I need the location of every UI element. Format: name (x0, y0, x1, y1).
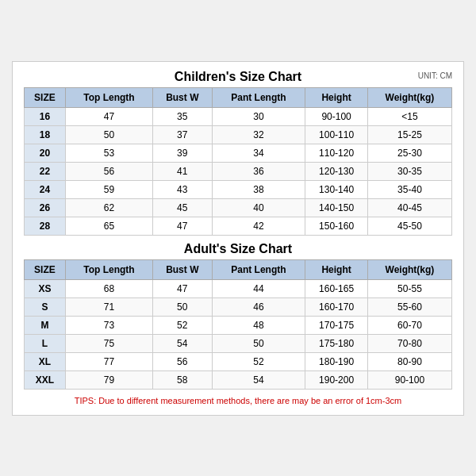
table-cell: L (25, 334, 66, 352)
table-row: 28654742150-16045-50 (25, 217, 452, 235)
table-cell: 120-130 (305, 162, 368, 180)
children-table: SIZE Top Length Bust W Pant Length Heigh… (24, 87, 452, 236)
table-row: M735248170-17560-70 (25, 316, 452, 334)
table-cell: 75 (65, 334, 152, 352)
table-cell: 47 (153, 279, 213, 298)
table-cell: XXL (25, 370, 66, 389)
table-cell: XL (25, 352, 66, 370)
table-cell: 38 (212, 180, 305, 198)
adult-header-pant-length: Pant Length (212, 259, 305, 279)
table-cell: <15 (367, 107, 451, 125)
adult-header-size: SIZE (25, 259, 66, 279)
table-cell: 50 (65, 125, 152, 144)
header-weight: Weight(kg) (367, 87, 451, 107)
children-header-row: SIZE Top Length Bust W Pant Length Heigh… (25, 87, 452, 107)
table-cell: 35 (153, 107, 213, 125)
table-cell: XS (25, 279, 66, 298)
table-cell: 59 (65, 180, 152, 198)
table-cell: 37 (153, 125, 213, 144)
table-cell: 20 (25, 144, 66, 162)
table-cell: 73 (65, 316, 152, 334)
table-cell: 50 (153, 298, 213, 316)
table-cell: 46 (212, 298, 305, 316)
table-cell: 40 (212, 198, 305, 217)
table-cell: 45 (153, 198, 213, 217)
table-cell: 18 (25, 125, 66, 144)
table-cell: 16 (25, 107, 66, 125)
header-height: Height (305, 87, 368, 107)
table-cell: 110-120 (305, 144, 368, 162)
adult-header-weight: Weight(kg) (367, 259, 451, 279)
table-cell: 42 (212, 217, 305, 235)
table-cell: 56 (153, 352, 213, 370)
table-row: 22564136120-13030-35 (25, 162, 452, 180)
table-cell: 52 (153, 316, 213, 334)
table-cell: 60-70 (367, 316, 451, 334)
table-cell: 90-100 (305, 107, 368, 125)
table-cell: 56 (65, 162, 152, 180)
table-cell: 58 (153, 370, 213, 389)
adult-title: Adult's Size Chart (184, 242, 292, 256)
table-row: 24594338130-14035-40 (25, 180, 452, 198)
table-cell: 77 (65, 352, 152, 370)
table-cell: 34 (212, 144, 305, 162)
table-row: 20533934110-12025-30 (25, 144, 452, 162)
table-cell: S (25, 298, 66, 316)
table-cell: M (25, 316, 66, 334)
adult-header-row: SIZE Top Length Bust W Pant Length Heigh… (25, 259, 452, 279)
table-cell: 43 (153, 180, 213, 198)
table-cell: 54 (212, 370, 305, 389)
table-row: 18503732100-11015-25 (25, 125, 452, 144)
table-cell: 50 (212, 334, 305, 352)
tips-text: TIPS: Due to different measurement metho… (24, 396, 452, 405)
adult-title-row: Adult's Size Chart (24, 242, 452, 256)
table-cell: 80-90 (367, 352, 451, 370)
table-cell: 140-150 (305, 198, 368, 217)
table-cell: 54 (153, 334, 213, 352)
table-cell: 70-80 (367, 334, 451, 352)
table-cell: 15-25 (367, 125, 451, 144)
table-cell: 40-45 (367, 198, 451, 217)
table-cell: 24 (25, 180, 66, 198)
table-cell: 90-100 (367, 370, 451, 389)
table-cell: 53 (65, 144, 152, 162)
table-cell: 45-50 (367, 217, 451, 235)
adult-header-height: Height (305, 259, 368, 279)
table-row: XL775652180-19080-90 (25, 352, 452, 370)
adult-header-bust-w: Bust W (153, 259, 213, 279)
children-title: Children's Size Chart (175, 70, 301, 84)
table-cell: 36 (212, 162, 305, 180)
table-cell: 100-110 (305, 125, 368, 144)
table-row: 1647353090-100<15 (25, 107, 452, 125)
table-cell: 25-30 (367, 144, 451, 162)
table-cell: 22 (25, 162, 66, 180)
table-cell: 160-165 (305, 279, 368, 298)
table-cell: 35-40 (367, 180, 451, 198)
adult-header-top-length: Top Length (65, 259, 152, 279)
table-cell: 55-60 (367, 298, 451, 316)
table-cell: 41 (153, 162, 213, 180)
table-cell: 30 (212, 107, 305, 125)
table-cell: 39 (153, 144, 213, 162)
table-cell: 150-160 (305, 217, 368, 235)
table-cell: 175-180 (305, 334, 368, 352)
header-size: SIZE (25, 87, 66, 107)
children-title-row: Children's Size Chart UNIT: CM (24, 70, 452, 84)
table-cell: 62 (65, 198, 152, 217)
table-cell: 32 (212, 125, 305, 144)
header-pant-length: Pant Length (212, 87, 305, 107)
table-cell: 52 (212, 352, 305, 370)
table-cell: 28 (25, 217, 66, 235)
table-cell: 180-190 (305, 352, 368, 370)
table-cell: 50-55 (367, 279, 451, 298)
table-cell: 65 (65, 217, 152, 235)
table-cell: 68 (65, 279, 152, 298)
table-cell: 48 (212, 316, 305, 334)
chart-container: Children's Size Chart UNIT: CM SIZE Top … (12, 61, 464, 416)
header-top-length: Top Length (65, 87, 152, 107)
table-cell: 26 (25, 198, 66, 217)
header-bust-w: Bust W (153, 87, 213, 107)
table-row: L755450175-18070-80 (25, 334, 452, 352)
table-cell: 79 (65, 370, 152, 389)
table-row: XS684744160-16550-55 (25, 279, 452, 298)
